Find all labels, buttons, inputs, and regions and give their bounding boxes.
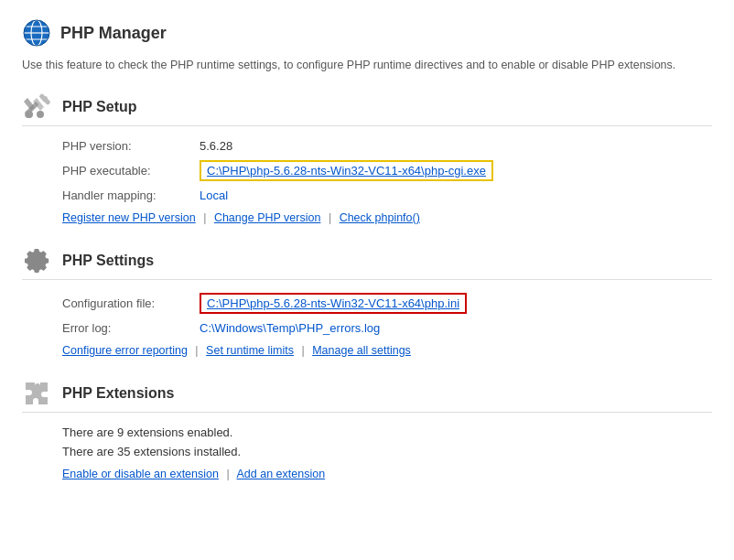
page-title: PHP Manager xyxy=(60,24,167,43)
tools-icon xyxy=(22,92,51,122)
svg-point-12 xyxy=(37,111,44,118)
php-settings-actions: Configure error reporting | Set runtime … xyxy=(62,344,712,357)
php-executable-label: PHP executable: xyxy=(62,164,200,178)
page-header: PHP Manager xyxy=(22,18,712,48)
config-file-label: Configuration file: xyxy=(62,296,200,310)
php-version-row: PHP version: 5.6.28 xyxy=(62,139,712,153)
config-file-highlight: C:\PHP\php-5.6.28-nts-Win32-VC11-x64\php… xyxy=(200,293,467,314)
php-settings-title: PHP Settings xyxy=(62,253,154,269)
php-extensions-header: PHP Extensions xyxy=(22,379,712,413)
config-file-link[interactable]: C:\PHP\php-5.6.28-nts-Win32-VC11-x64\php… xyxy=(207,296,459,310)
handler-mapping-link[interactable]: Local xyxy=(200,188,228,202)
extensions-installed-count: There are 35 extensions installed. xyxy=(62,445,712,458)
check-phpinfo-link[interactable]: Check phpinfo() xyxy=(340,211,420,224)
gear-icon xyxy=(22,246,51,275)
page-description: Use this feature to check the PHP runtim… xyxy=(22,57,712,74)
enable-disable-extension-link[interactable]: Enable or disable an extension xyxy=(62,468,219,480)
config-file-value: C:\PHP\php-5.6.28-nts-Win32-VC11-x64\php… xyxy=(200,293,467,314)
manage-settings-link[interactable]: Manage all settings xyxy=(312,344,411,357)
php-setup-section: PHP Setup PHP version: 5.6.28 PHP execut… xyxy=(22,92,712,224)
error-log-value: C:\Windows\Temp\PHP_errors.log xyxy=(200,321,380,335)
php-setup-header: PHP Setup xyxy=(22,92,712,126)
error-log-row: Error log: C:\Windows\Temp\PHP_errors.lo… xyxy=(62,321,712,335)
php-version-label: PHP version: xyxy=(62,139,200,153)
svg-point-11 xyxy=(26,111,33,118)
php-executable-value: C:\PHP\php-5.6.28-nts-Win32-VC11-x64\php… xyxy=(200,160,493,181)
error-log-link[interactable]: C:\Windows\Temp\PHP_errors.log xyxy=(200,321,380,335)
php-executable-row: PHP executable: C:\PHP\php-5.6.28-nts-Wi… xyxy=(62,160,712,181)
php-executable-highlight: C:\PHP\php-5.6.28-nts-Win32-VC11-x64\php… xyxy=(200,160,493,181)
handler-mapping-row: Handler mapping: Local xyxy=(62,188,712,202)
handler-mapping-label: Handler mapping: xyxy=(62,188,200,202)
error-log-label: Error log: xyxy=(62,321,200,335)
extensions-enabled-count: There are 9 extensions enabled. xyxy=(62,425,712,439)
config-file-row: Configuration file: C:\PHP\php-5.6.28-nt… xyxy=(62,293,712,314)
php-extensions-title: PHP Extensions xyxy=(62,385,174,402)
php-settings-header: PHP Settings xyxy=(22,246,712,280)
svg-point-10 xyxy=(42,96,48,102)
puzzle-icon xyxy=(22,379,51,408)
add-extension-link[interactable]: Add an extension xyxy=(237,468,326,480)
php-setup-title: PHP Setup xyxy=(62,99,137,115)
php-setup-actions: Register new PHP version | Change PHP ve… xyxy=(62,211,712,224)
php-version-value: 5.6.28 xyxy=(200,139,232,153)
change-php-link[interactable]: Change PHP version xyxy=(214,211,321,224)
php-settings-section: PHP Settings Configuration file: C:\PHP\… xyxy=(22,246,712,357)
php-executable-link[interactable]: C:\PHP\php-5.6.28-nts-Win32-VC11-x64\php… xyxy=(207,164,486,178)
set-runtime-link[interactable]: Set runtime limits xyxy=(206,344,294,357)
php-extensions-section: PHP Extensions There are 9 extensions en… xyxy=(22,379,712,480)
php-extensions-actions: Enable or disable an extension | Add an … xyxy=(62,468,712,480)
handler-mapping-value: Local xyxy=(200,188,228,202)
register-php-link[interactable]: Register new PHP version xyxy=(62,211,196,224)
configure-error-link[interactable]: Configure error reporting xyxy=(62,344,188,357)
php-manager-icon xyxy=(22,18,51,48)
